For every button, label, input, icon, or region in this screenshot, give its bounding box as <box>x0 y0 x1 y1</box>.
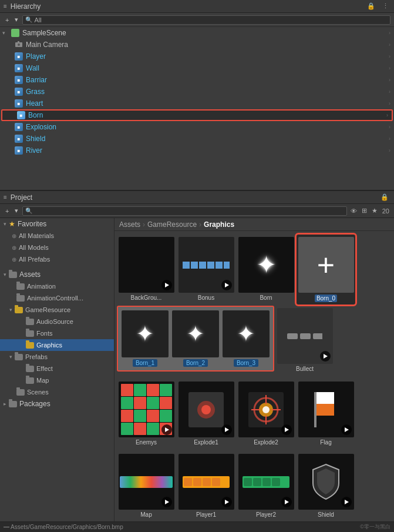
sidebar-prefabs-header[interactable]: ▾ Prefabs <box>0 351 114 363</box>
strip-frame-born-2[interactable]: ✦ Born_2 <box>172 310 219 367</box>
sidebar-item-animation-controll[interactable]: AnimationControll... <box>0 292 114 304</box>
project-lock-btn[interactable]: 🔒 <box>379 193 390 201</box>
sidebar-assets-header[interactable]: ▾ Assets <box>0 269 114 280</box>
asset-item-explode1[interactable]: Explode1 <box>177 379 235 448</box>
svg-point-14 <box>201 405 211 414</box>
hierarchy-search-box[interactable]: 🔍 <box>22 15 390 25</box>
play-overlay[interactable] <box>161 424 172 435</box>
asset-item-flag[interactable]: Flag <box>297 379 355 448</box>
hierarchy-more-btn[interactable]: ⋮ <box>380 2 390 10</box>
search-small-icon: ⊕ <box>12 256 16 263</box>
asset-label-player2: Player2 <box>256 511 276 518</box>
asset-item-born[interactable]: ✦ Born <box>237 235 295 305</box>
project-search-box[interactable]: 🔍 <box>22 206 346 216</box>
sidebar-item-graphics[interactable]: Graphics <box>0 339 114 351</box>
tree-item-samplescene[interactable]: ▾ SampleScene › <box>0 27 394 39</box>
open-folder-icon <box>26 342 34 349</box>
tree-label-born: Born <box>28 111 43 119</box>
asset-item-map[interactable]: Map <box>117 451 176 520</box>
asset-label-map: Map <box>140 511 151 518</box>
bullect-thumb <box>277 308 333 364</box>
sidebar-label-animation-controll: AnimationControll... <box>27 295 83 302</box>
folder-icon <box>15 354 23 360</box>
sidebar-item-animation[interactable]: Animation <box>0 280 114 292</box>
arrow-btn[interactable]: ▾ <box>13 15 20 25</box>
breadcrumb-gameresource[interactable]: GameResource <box>147 220 197 229</box>
cube-icon: ■ <box>14 87 23 96</box>
play-overlay[interactable] <box>281 424 292 435</box>
folder-icon <box>9 401 17 407</box>
project-arrow-btn[interactable]: ▾ <box>13 206 20 216</box>
sidebar-item-map[interactable]: Map <box>0 374 114 386</box>
tree-item-barriar[interactable]: ■ Barriar › <box>0 74 394 86</box>
play-overlay[interactable] <box>341 497 352 507</box>
play-overlay[interactable] <box>221 280 232 290</box>
star-filter-icon[interactable]: ★ <box>371 207 379 215</box>
filter-icon[interactable]: ⊞ <box>361 207 368 215</box>
breadcrumb-sep-2: › <box>199 220 201 229</box>
sidebar-item-scenes[interactable]: Scenes <box>0 386 114 398</box>
play-overlay[interactable] <box>341 424 352 435</box>
eye-icon[interactable]: 👁 <box>349 208 358 215</box>
search-icon: 🔍 <box>25 208 32 214</box>
strip-frame-born-1[interactable]: ✦ Born_1 <box>122 310 169 367</box>
asset-item-player2[interactable]: Player2 <box>237 451 295 520</box>
project-menu-icon[interactable]: ≡ <box>4 194 7 200</box>
tree-item-explosion[interactable]: ■ Explosion › <box>0 121 394 133</box>
sidebar-favorites-header[interactable]: ▾ ★ Favorites <box>0 218 114 230</box>
sidebar-item-effect[interactable]: Effect <box>0 363 114 374</box>
play-overlay[interactable] <box>221 497 232 507</box>
tree-item-player[interactable]: ■ Player › <box>0 51 394 62</box>
tree-item-wall[interactable]: ■ Wall › <box>0 62 394 74</box>
project-header: ≡ Project 🔒 <box>0 191 394 204</box>
sidebar-item-fonts[interactable]: Fonts <box>0 327 114 339</box>
project-search-input[interactable] <box>32 208 344 215</box>
play-overlay[interactable] <box>281 497 292 507</box>
map-thumb <box>119 454 174 510</box>
breadcrumb-graphics[interactable]: Graphics <box>204 220 234 229</box>
sidebar-item-all-prefabs[interactable]: ⊕ All Prefabs <box>0 253 114 265</box>
hierarchy-menu-icon[interactable]: ≡ <box>4 3 7 9</box>
asset-item-shield[interactable]: Shield <box>297 451 355 520</box>
asset-label-shield: Shield <box>318 511 334 518</box>
project-toolbar: + ▾ 🔍 👁 ⊞ ★ 20 <box>0 204 394 218</box>
sidebar-label-all-prefabs: All Prefabs <box>19 256 50 263</box>
chevron-right-icon: › <box>389 53 390 59</box>
folder-icon <box>16 389 25 396</box>
tree-label-heart: Heart <box>26 99 43 108</box>
play-overlay[interactable] <box>161 280 172 290</box>
sidebar-packages-header[interactable]: ▸ Packages <box>0 398 114 410</box>
status-bar: — Assets/GameResource/Graphics/Born.bmp … <box>0 521 394 532</box>
tree-item-born[interactable]: ■ Born › <box>1 109 393 121</box>
asset-item-bonus[interactable]: Bonus <box>177 235 235 305</box>
hierarchy-panel: ≡ Hierarchy 🔒 ⋮ + ▾ 🔍 ▾ SampleScene › <box>0 0 394 191</box>
tree-item-grass[interactable]: ■ Grass › <box>0 86 394 98</box>
play-overlay[interactable] <box>221 424 232 435</box>
hierarchy-lock-btn[interactable]: 🔒 <box>365 2 377 10</box>
add-btn[interactable]: + <box>4 15 11 25</box>
tree-item-main-camera[interactable]: Main Camera › <box>0 39 394 51</box>
project-add-btn[interactable]: + <box>4 206 11 216</box>
sidebar-gameresource-header[interactable]: ▾ GameResource <box>0 304 114 316</box>
asset-item-explode2[interactable]: Explode2 <box>237 379 295 448</box>
project-sidebar: ▾ ★ Favorites ⊕ All Materials ⊕ All Mode… <box>0 218 115 521</box>
chevron-right-icon: › <box>389 148 390 153</box>
tree-item-shield[interactable]: ■ Shield › <box>0 133 394 145</box>
asset-item-bullect[interactable]: Bullect <box>275 306 334 374</box>
hierarchy-search-input[interactable] <box>34 16 388 24</box>
asset-item-born-0[interactable]: + Born_0 <box>297 235 355 305</box>
breadcrumb-assets[interactable]: Assets <box>119 220 140 229</box>
play-overlay[interactable] <box>161 497 172 507</box>
asset-item-background[interactable]: BackGrou... <box>117 235 176 305</box>
sidebar-item-all-materials[interactable]: ⊕ All Materials <box>0 230 114 242</box>
cube-icon: ■ <box>14 63 23 73</box>
asset-item-player1[interactable]: Player1 <box>177 451 235 520</box>
play-overlay[interactable] <box>320 351 331 362</box>
sidebar-item-audiosource[interactable]: AudioSource <box>0 316 114 327</box>
strip-frame-born-3[interactable]: ✦ Born_3 <box>223 310 270 367</box>
tree-item-heart[interactable]: ■ Heart › <box>0 98 394 109</box>
tree-item-river[interactable]: ■ River › <box>0 145 394 156</box>
asset-item-enemys[interactable]: Enemys <box>117 379 176 448</box>
sidebar-label-animation: Animation <box>27 283 56 290</box>
sidebar-item-all-models[interactable]: ⊕ All Models <box>0 242 114 253</box>
